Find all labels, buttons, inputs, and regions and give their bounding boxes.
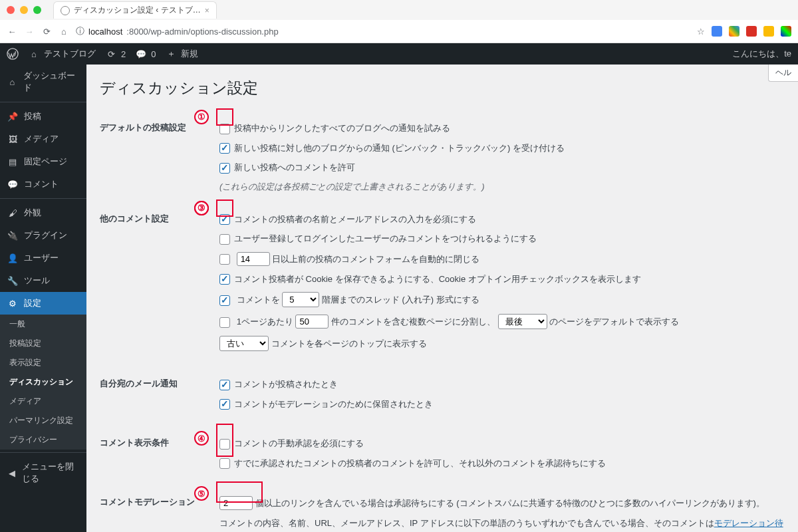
home-icon[interactable]: ⌂ — [59, 26, 69, 37]
checkbox-paginate[interactable] — [219, 317, 230, 328]
back-icon[interactable]: ← — [7, 26, 17, 37]
opt-require-name[interactable]: コメントの投稿者の名前とメールアドレスの入力を必須にする — [219, 213, 785, 226]
site-link[interactable]: ⌂テストブログ — [28, 48, 96, 60]
howdy-link[interactable]: こんにちは、te — [732, 48, 791, 60]
help-tab[interactable]: ヘル — [768, 65, 798, 82]
submenu-general[interactable]: 一般 — [0, 315, 86, 334]
checkbox-email-moderation[interactable] — [219, 399, 230, 410]
checkbox-pingback[interactable] — [219, 124, 230, 134]
globe-icon — [61, 6, 70, 15]
checkbox-require-login[interactable] — [219, 234, 230, 245]
forward-icon[interactable]: → — [24, 26, 35, 37]
maximize-window-icon[interactable] — [33, 6, 41, 14]
url-path: :8000/wp-admin/options-discussion.php — [126, 27, 278, 37]
address-bar[interactable]: ⓘ localhost:8000/wp-admin/options-discus… — [76, 25, 690, 37]
new-content-link[interactable]: ＋新規 — [165, 48, 198, 60]
tab-close-icon[interactable]: × — [205, 6, 209, 15]
settings-content: ヘル ディスカッション設定 デフォルトの投稿設定 投稿中からリンクしたすべてのブ… — [86, 65, 798, 532]
menu-users[interactable]: 👤ユーザー — [0, 247, 86, 269]
input-per-page[interactable] — [295, 315, 329, 329]
menu-tools[interactable]: 🔧ツール — [0, 269, 86, 292]
checkbox-thread[interactable] — [219, 295, 230, 306]
reload-icon[interactable]: ⟳ — [41, 26, 52, 37]
close-window-icon[interactable] — [7, 6, 15, 14]
menu-media[interactable]: 🖼メディア — [0, 128, 86, 150]
gmail-icon[interactable] — [729, 26, 739, 37]
checkbox-allow-comments[interactable] — [219, 163, 230, 174]
menu-posts[interactable]: 📌投稿 — [0, 105, 86, 128]
wrench-icon: 🔧 — [7, 275, 19, 287]
submenu-discussion[interactable]: ディスカッション — [0, 372, 86, 392]
extension-icon[interactable] — [746, 26, 757, 37]
extension-icon[interactable] — [781, 26, 791, 37]
checkbox-email-comment[interactable] — [219, 380, 230, 390]
opt-allow-comments[interactable]: ① 新しい投稿へのコメントを許可 — [219, 161, 785, 174]
comment-icon: 💬 — [7, 178, 19, 190]
submenu-reading[interactable]: 表示設定 — [0, 353, 86, 372]
browser-chrome: ディスカッション設定 ‹ テストブ… × ← → ⟳ ⌂ ⓘ localhost… — [0, 0, 798, 43]
moderation-label: コメントモデレーション — [100, 486, 219, 532]
collapse-icon: ◀ — [7, 467, 17, 479]
opt-comment-order[interactable]: 古い コメントを各ページのトップに表示する — [219, 336, 785, 351]
extension-icon[interactable] — [763, 26, 774, 37]
opt-max-links[interactable]: 個以上のリンクを含んでいる場合は承認待ちにする (コメントスパムに共通する特徴の… — [219, 496, 785, 510]
email-me-label: 自分宛のメール通知 — [100, 368, 219, 427]
opt-manual-approve[interactable]: コメントの手動承認を必須にする — [219, 437, 785, 450]
window-controls — [7, 6, 41, 14]
bookmark-star-icon[interactable]: ☆ — [697, 27, 705, 37]
select-thread-depth[interactable]: 5 — [282, 292, 319, 307]
translate-icon[interactable] — [712, 26, 722, 37]
browser-tab[interactable]: ディスカッション設定 ‹ テストブ… × — [53, 1, 217, 19]
checkbox-close-old[interactable] — [219, 254, 230, 265]
other-comment-label: 他のコメント設定 — [100, 203, 219, 368]
menu-dashboard[interactable]: ⌂ダッシュボード — [0, 65, 86, 99]
brush-icon: 🖌 — [7, 207, 19, 219]
tab-title: ディスカッション設定 ‹ テストブ… — [74, 5, 201, 16]
settings-icon: ⚙ — [7, 297, 19, 309]
updates-icon: ⟳ — [105, 48, 117, 60]
toolbar-icons: ☆ — [697, 26, 791, 37]
menu-pages[interactable]: ▤固定ページ — [0, 150, 86, 173]
select-default-page[interactable]: 最後 — [498, 314, 547, 329]
select-comment-order[interactable]: 古い — [219, 336, 269, 351]
opt-close-old[interactable]: ② 日以上前の投稿のコメントフォームを自動的に閉じる — [219, 252, 785, 266]
user-icon: 👤 — [7, 252, 19, 264]
submenu-privacy[interactable]: プライバシー — [0, 430, 86, 450]
menu-comments[interactable]: 💬コメント — [0, 173, 86, 196]
submenu-writing[interactable]: 投稿設定 — [0, 334, 86, 353]
moderation-description: コメントの内容、名前、URL、メールアドレス、IP アドレスに以下の単語のうちい… — [219, 517, 785, 532]
checkbox-allow-pings[interactable] — [219, 143, 230, 154]
opt-previously-approved[interactable]: すでに承認されたコメントの投稿者のコメントを許可し、それ以外のコメントを承認待ち… — [219, 457, 785, 470]
minimize-window-icon[interactable] — [20, 6, 28, 14]
opt-require-login[interactable]: ユーザー登録してログインしたユーザーのみコメントをつけられるようにする — [219, 232, 785, 245]
opt-cookie-optin[interactable]: コメント投稿者が Cookie を保存できるようにする、Cookie オプトイン… — [219, 273, 785, 286]
input-max-links[interactable] — [219, 496, 253, 510]
menu-plugins[interactable]: 🔌プラグイン — [0, 224, 86, 247]
browser-titlebar: ディスカッション設定 ‹ テストブ… × — [0, 0, 798, 20]
collapse-menu[interactable]: ◀メニューを閉じる — [0, 456, 86, 490]
submenu-media[interactable]: メディア — [0, 392, 86, 411]
opt-allow-pings[interactable]: 新しい投稿に対し他のブログからの通知 (ピンバック・トラックバック) を受け付け… — [219, 142, 785, 155]
page-title: ディスカッション設定 — [100, 78, 785, 98]
opt-email-comment[interactable]: コメントが投稿されたとき — [219, 378, 785, 391]
checkbox-manual-approve[interactable] — [219, 439, 230, 450]
wp-logo-icon[interactable] — [7, 48, 19, 60]
checkbox-require-name[interactable] — [219, 214, 230, 225]
opt-thread-comments[interactable]: ③ コメントを 5 階層までのスレッド (入れ子) 形式にする — [219, 292, 785, 307]
submenu-permalink[interactable]: パーマリンク設定 — [0, 411, 86, 430]
input-close-days[interactable] — [237, 252, 270, 266]
page-icon: ▤ — [7, 156, 19, 168]
admin-sidebar: ⌂ダッシュボード 📌投稿 🖼メディア ▤固定ページ 💬コメント 🖌外観 🔌プラグ… — [0, 65, 86, 532]
menu-appearance[interactable]: 🖌外観 — [0, 201, 86, 224]
defaults-note: (これらの設定は各投稿ごとの設定で上書きされることがあります。) — [219, 181, 785, 193]
checkbox-cookie-optin[interactable] — [219, 274, 230, 285]
opt-pingback-attempt[interactable]: 投稿中からリンクしたすべてのブログへの通知を試みる — [219, 122, 785, 135]
opt-email-moderation[interactable]: コメントがモデレーションのために保留されたとき — [219, 398, 785, 411]
opt-paginate[interactable]: 1ページあたり 件のコメントを含む複数ページに分割し、 最後 のページをデフォル… — [219, 314, 785, 329]
info-icon: ⓘ — [76, 25, 84, 37]
wp-admin-bar: ⌂テストブログ ⟳2 💬0 ＋新規 こんにちは、te — [0, 43, 798, 65]
updates-link[interactable]: ⟳2 — [105, 48, 126, 60]
menu-settings[interactable]: ⚙設定 — [0, 292, 86, 315]
checkbox-prev-approved[interactable] — [219, 458, 230, 469]
comments-link[interactable]: 💬0 — [135, 48, 156, 60]
